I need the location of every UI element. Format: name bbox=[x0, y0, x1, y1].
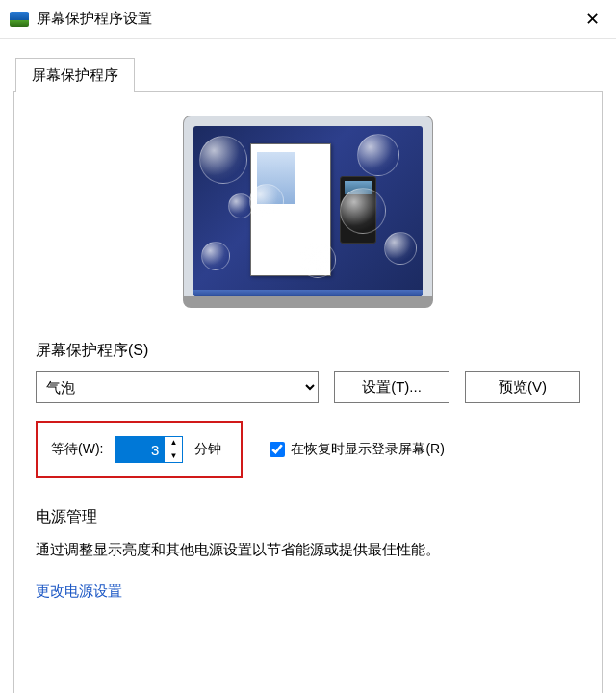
preview-screen bbox=[193, 126, 423, 296]
wait-unit-label: 分钟 bbox=[194, 441, 221, 458]
tabstrip: 屏幕保护程序 bbox=[0, 38, 616, 92]
settings-button[interactable]: 设置(T)... bbox=[334, 371, 449, 403]
screensaver-group-label: 屏幕保护程序(S) bbox=[36, 341, 580, 361]
preview-button[interactable]: 预览(V) bbox=[465, 371, 580, 403]
preview-monitor-container bbox=[36, 116, 580, 308]
wait-decrement-button[interactable]: ▼ bbox=[165, 449, 182, 462]
resume-label-text: 在恢复时显示登录屏幕(R) bbox=[291, 441, 444, 458]
close-icon: ✕ bbox=[585, 9, 600, 30]
power-settings-link[interactable]: 更改电源设置 bbox=[36, 582, 122, 601]
wait-highlight-box: 等待(W): ▲ ▼ 分钟 bbox=[36, 421, 243, 478]
wait-input[interactable] bbox=[116, 437, 164, 462]
power-group: 电源管理 通过调整显示亮度和其他电源设置以节省能源或提供最佳性能。 更改电源设置 bbox=[36, 507, 580, 601]
resume-checkbox-label[interactable]: 在恢复时显示登录屏幕(R) bbox=[270, 441, 444, 458]
close-button[interactable]: ✕ bbox=[568, 0, 616, 38]
screensaver-select[interactable]: 气泡 bbox=[36, 371, 319, 403]
preview-monitor bbox=[183, 116, 433, 308]
resume-checkbox[interactable] bbox=[270, 442, 285, 457]
window-title: 屏幕保护程序设置 bbox=[37, 10, 152, 28]
wait-label: 等待(W): bbox=[51, 441, 103, 458]
screensaver-group: 屏幕保护程序(S) 气泡 设置(T)... 预览(V) 等待(W): ▲ ▼ 分… bbox=[36, 341, 580, 478]
tabpanel: 屏幕保护程序(S) 气泡 设置(T)... 预览(V) 等待(W): ▲ ▼ 分… bbox=[13, 91, 603, 693]
tab-screensaver[interactable]: 屏幕保护程序 bbox=[15, 58, 135, 92]
wait-spinner: ▲ ▼ bbox=[115, 436, 183, 463]
titlebar: 屏幕保护程序设置 ✕ bbox=[0, 0, 616, 38]
wait-increment-button[interactable]: ▲ bbox=[165, 437, 182, 449]
power-heading: 电源管理 bbox=[36, 507, 580, 527]
app-icon bbox=[10, 12, 29, 27]
power-description: 通过调整显示亮度和其他电源设置以节省能源或提供最佳性能。 bbox=[36, 539, 580, 561]
